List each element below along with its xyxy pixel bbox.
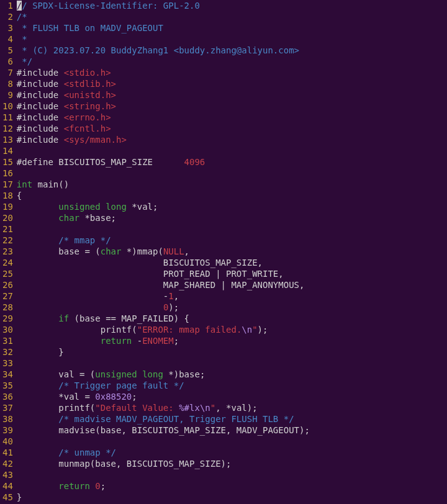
line-number: 31 — [2, 335, 13, 346]
code-line[interactable]: val = (unsigned long *)base; — [17, 369, 442, 380]
code-line[interactable]: #include <sys/mman.h> — [17, 134, 442, 145]
line-number: 4 — [2, 34, 13, 45]
token-incfile: <fcntl.h> — [64, 124, 111, 133]
code-editor[interactable]: 1234567891011121314151617181920212223242… — [0, 0, 447, 503]
code-line[interactable]: #include <string.h> — [17, 101, 442, 112]
code-line[interactable]: char *base; — [17, 212, 442, 223]
token-preproc: #define BISCUITOS_MAP_SIZE — [17, 157, 184, 167]
code-line[interactable]: // SPDX-License-Identifier: GPL-2.0 — [17, 0, 442, 11]
code-line[interactable]: BISCUITOS_MAP_SIZE, — [17, 257, 442, 268]
token-comment: * — [17, 34, 27, 44]
line-number: 10 — [2, 101, 13, 112]
line-number: 11 — [2, 112, 13, 123]
code-line[interactable]: /* madvise MADV_PAGEOUT, Trigger FLUSH T… — [17, 413, 442, 425]
code-line[interactable]: #include <stdlib.h> — [17, 78, 442, 89]
token-type: long — [106, 202, 127, 212]
code-line[interactable]: printf("Default Value: %#lx\n", *val); — [17, 402, 442, 413]
code-line[interactable]: * (C) 2023.07.20 BuddyZhang1 <buddy.zhan… — [17, 45, 442, 56]
code-line[interactable]: * — [17, 34, 442, 45]
code-line[interactable]: munmap(base, BISCUITOS_MAP_SIZE); — [17, 458, 442, 469]
line-number: 37 — [2, 402, 13, 413]
line-number: 12 — [2, 123, 13, 134]
line-number: 40 — [2, 436, 13, 447]
token-number: 4096 — [184, 157, 205, 167]
code-line[interactable] — [17, 223, 442, 235]
code-line[interactable]: int main() — [17, 179, 442, 190]
token-ident: printf( — [17, 403, 95, 413]
code-line[interactable]: madvise(base, BISCUITOS_MAP_SIZE, MADV_P… — [17, 425, 442, 436]
token-type: unsigned — [58, 202, 100, 212]
token-ident: , *val); — [215, 403, 257, 413]
token-ident: main() — [32, 179, 69, 189]
code-line[interactable]: #include <stdio.h> — [17, 67, 442, 78]
token-preproc: #include — [17, 79, 64, 89]
token-comment: /* madvise MADV_PAGEOUT, Trigger FLUSH T… — [58, 414, 294, 424]
code-line[interactable]: { — [17, 190, 442, 201]
code-line[interactable]: /* Trigger page fault */ — [17, 380, 442, 391]
line-number: 30 — [2, 324, 13, 335]
token-number: 0 — [95, 481, 100, 491]
code-line[interactable]: return 0; — [17, 480, 442, 492]
code-line[interactable] — [17, 436, 442, 447]
token-ident: base = ( — [17, 246, 101, 256]
token-comment: /* unmap */ — [58, 448, 116, 457]
token-comment: */ — [17, 56, 32, 66]
token-comment: / SPDX-License-Identifier: GPL-2.0 — [22, 1, 200, 11]
code-line[interactable] — [17, 469, 442, 480]
line-number: 35 — [2, 380, 13, 391]
token-ident — [17, 235, 58, 245]
line-number: 45 — [2, 492, 13, 503]
token-type: char — [58, 213, 79, 223]
code-line[interactable]: /* — [17, 11, 442, 22]
code-line[interactable]: base = (char *)mmap(NULL, — [17, 246, 442, 257]
code-line[interactable]: #include <errno.h> — [17, 112, 442, 123]
line-number: 21 — [2, 223, 13, 235]
code-line[interactable]: MAP_SHARED | MAP_ANONYMOUS, — [17, 279, 442, 290]
code-line[interactable]: } — [17, 492, 442, 503]
code-line[interactable] — [17, 145, 442, 156]
token-type: unsigned — [95, 369, 137, 379]
line-number: 7 — [2, 67, 13, 78]
code-line[interactable]: printf("ERROR: mmap failed.\n"); — [17, 324, 442, 335]
token-ident: (base == MAP_FAILED) { — [69, 313, 189, 323]
token-type: long — [142, 369, 163, 379]
line-number: 38 — [2, 413, 13, 425]
code-line[interactable]: * FLUSH TLB on MADV_PAGEOUT — [17, 22, 442, 34]
code-line[interactable]: /* unmap */ — [17, 447, 442, 458]
code-line[interactable]: -1, — [17, 290, 442, 302]
code-line[interactable]: #include <fcntl.h> — [17, 123, 442, 134]
line-number: 20 — [2, 212, 13, 223]
token-punct: } — [17, 492, 22, 502]
code-line[interactable]: #define BISCUITOS_MAP_SIZE 4096 — [17, 156, 442, 168]
token-type: char — [101, 246, 122, 256]
token-incfile: <errno.h> — [64, 112, 111, 122]
code-area[interactable]: // SPDX-License-Identifier: GPL-2.0/* * … — [17, 0, 447, 503]
code-line[interactable]: unsigned long *val; — [17, 201, 442, 212]
token-keyword: if — [58, 313, 69, 323]
code-line[interactable]: #include <unistd.h> — [17, 89, 442, 101]
line-number: 13 — [2, 134, 13, 145]
line-number-gutter: 1234567891011121314151617181920212223242… — [0, 0, 17, 503]
token-ident: BISCUITOS_MAP_SIZE, — [17, 258, 263, 268]
code-line[interactable] — [17, 358, 442, 369]
line-number: 15 — [2, 156, 13, 168]
token-ident: ); — [258, 325, 268, 335]
code-line[interactable]: /* mmap */ — [17, 235, 442, 246]
code-line[interactable]: return -ENOMEM; — [17, 335, 442, 346]
line-number: 39 — [2, 425, 13, 436]
token-ident: , — [184, 246, 189, 256]
token-preproc: #include — [17, 68, 64, 78]
code-line[interactable]: *val = 0x88520; — [17, 391, 442, 402]
code-line[interactable]: 0); — [17, 302, 442, 313]
line-number: 3 — [2, 22, 13, 34]
token-ident: ; — [132, 392, 137, 402]
code-line[interactable] — [17, 168, 442, 179]
code-line[interactable]: */ — [17, 56, 442, 67]
code-line[interactable]: } — [17, 346, 442, 358]
code-line[interactable]: if (base == MAP_FAILED) { — [17, 313, 442, 324]
line-number: 2 — [2, 11, 13, 22]
token-fmt: \n — [200, 403, 210, 413]
token-ident: ; — [101, 481, 106, 491]
token-incfile: <sys/mman.h> — [64, 135, 127, 145]
code-line[interactable]: PROT_READ | PROT_WRITE, — [17, 268, 442, 279]
